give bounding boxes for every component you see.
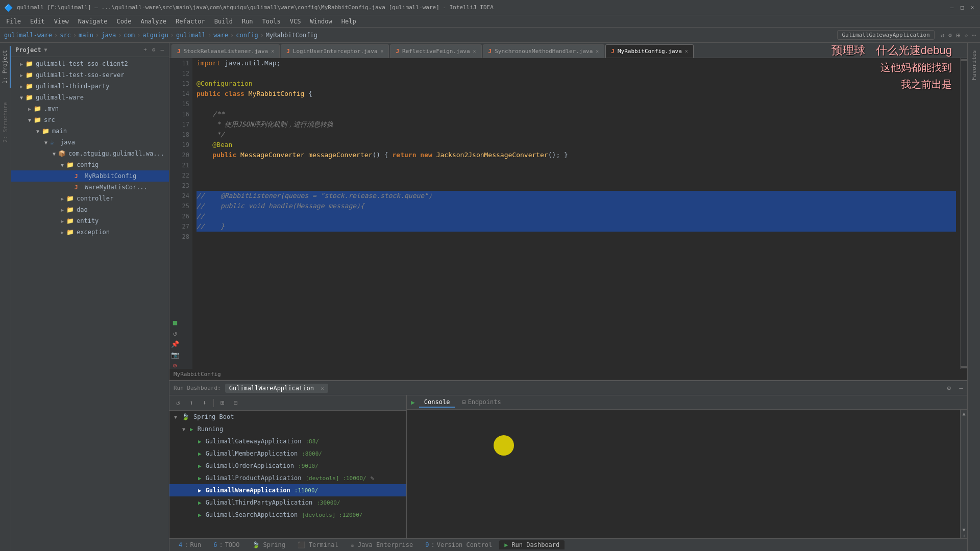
tab-close-2[interactable]: × xyxy=(473,48,476,54)
tree-item-myrabbitconfig[interactable]: ▶ J MyRabbitConfig xyxy=(11,170,169,182)
console-tab-endpoints[interactable]: ⊟Endpoints xyxy=(457,397,506,408)
panel-minimize-btn[interactable]: – xyxy=(159,45,165,54)
menu-view[interactable]: View xyxy=(50,17,73,26)
tree-item-controller[interactable]: ▶ 📁 controller xyxy=(11,193,169,204)
favorites-tab[interactable]: Favorites xyxy=(969,46,979,85)
sidebar-tab-1[interactable]: 1: Project xyxy=(0,46,11,88)
menu-vcs[interactable]: VCS xyxy=(286,17,305,26)
nav-project[interactable]: gulimall-ware xyxy=(4,32,52,39)
run-config-selector[interactable]: GulimallGatewayApplication xyxy=(837,30,934,40)
run-expand-btn[interactable]: ⊞ xyxy=(217,397,228,409)
menu-navigate[interactable]: Navigate xyxy=(74,17,112,26)
menu-analyze[interactable]: Analyze xyxy=(136,17,170,26)
console-scrollbar[interactable]: ▲ ▼ ⇔ xyxy=(960,410,967,538)
tab-close-4[interactable]: × xyxy=(685,48,688,54)
nav-config[interactable]: config xyxy=(236,32,258,39)
tool-tab-todo[interactable]: 6 : TODO xyxy=(208,540,244,549)
run-tab-close[interactable]: × xyxy=(321,385,324,392)
run-app-tab[interactable]: GulimallWareApplication × xyxy=(225,384,328,393)
run-app-ware[interactable]: ▶ ▶ GulimallWareApplication :11000/ xyxy=(169,484,406,496)
tool-tab-run-dashboard[interactable]: ▶ Run Dashboard xyxy=(499,540,565,549)
run-app-search[interactable]: ▶ ▶ GulimallSearchApplication [devtools]… xyxy=(169,509,406,521)
run-collapse-down[interactable]: ⬇ xyxy=(199,397,210,409)
nav-more-icon[interactable]: ⋯ xyxy=(972,32,976,39)
maximize-btn[interactable]: □ xyxy=(959,4,966,11)
tab-close-0[interactable]: × xyxy=(271,48,274,54)
tree-item-sso-server[interactable]: ▶ 📁 gulimall-test-sso-server xyxy=(11,69,169,81)
product-edit-icon[interactable]: ✎ xyxy=(371,474,374,482)
nav-main[interactable]: main xyxy=(79,32,93,39)
tree-item-third-party[interactable]: ▶ 📁 gulimall-third-party xyxy=(11,81,169,92)
run-app-member[interactable]: ▶ ▶ GulimallMemberApplication :8000/ xyxy=(169,447,406,460)
nav-atguigu[interactable]: atguigu xyxy=(142,32,168,39)
run-dashboard-settings[interactable]: ⚙ xyxy=(947,384,951,392)
run-app-thirdparty[interactable]: ▶ ▶ GulimallThirdPartyApplication :30000… xyxy=(169,496,406,509)
menu-file[interactable]: File xyxy=(2,17,25,26)
console-tab-console[interactable]: Console xyxy=(419,397,455,408)
console-output[interactable] xyxy=(407,410,967,538)
tool-tab-vcs[interactable]: 9 : Version Control xyxy=(420,540,497,549)
nav-gulimall[interactable]: gulimall xyxy=(176,32,206,39)
tab-loginuser[interactable]: J LoginUserInterceptor.java × xyxy=(281,44,389,58)
run-restart-btn[interactable]: ↺ xyxy=(173,397,184,409)
bookmark-icon[interactable]: ☆ xyxy=(965,32,968,39)
tree-item-config[interactable]: ▼ 📁 config xyxy=(11,159,169,170)
minimize-btn[interactable]: — xyxy=(948,4,955,11)
tree-item-java[interactable]: ▼ ☕ java xyxy=(11,137,169,148)
tab-synchronousmethod[interactable]: J SynchronousMethodHandler.java × xyxy=(483,44,605,58)
run-dashboard-minimize[interactable]: – xyxy=(959,384,963,392)
tree-item-com-atguigu[interactable]: ▼ 📦 com.atguigu.gulimall.wa... xyxy=(11,148,169,159)
sidebar-tab-2[interactable]: 2: Structure xyxy=(1,98,10,146)
panel-add-btn[interactable]: + xyxy=(142,45,148,54)
tree-item-src[interactable]: ▼ 📁 src xyxy=(11,114,169,126)
menu-code[interactable]: Code xyxy=(113,17,136,26)
nav-java[interactable]: java xyxy=(101,32,116,39)
tab-close-3[interactable]: × xyxy=(596,48,599,54)
tree-item-mvn[interactable]: ▶ 📁 .mvn xyxy=(11,103,169,114)
left-sidebar-tabs: 1: Project 2: Structure xyxy=(0,43,11,551)
tab-stockrelease[interactable]: J StockReleaseListener.java × xyxy=(172,44,280,58)
panel-settings-btn[interactable]: ⚙ xyxy=(151,45,157,54)
tree-item-exception[interactable]: ▶ 📁 exception xyxy=(11,227,169,238)
scroll-down-btn[interactable]: ▼ xyxy=(961,526,967,534)
tool-tab-spring[interactable]: 🍃 Spring xyxy=(247,540,290,549)
tree-item-sso-client2[interactable]: ▶ 📁 gulimall-test-sso-client2 xyxy=(11,58,169,69)
tree-item-waremybatisconfig[interactable]: ▶ J WareMyBatisCor... xyxy=(11,182,169,193)
tree-item-dao[interactable]: ▶ 📁 dao xyxy=(11,204,169,215)
scroll-up-btn[interactable]: ▲ xyxy=(961,410,967,417)
tab-myrabbitconfig[interactable]: J MyRabbitConfig.java × xyxy=(605,44,694,58)
run-filter-btn[interactable]: ⊟ xyxy=(230,397,241,409)
code-line-17: * 使用JSON序列化机制，进行消息转换 xyxy=(197,119,956,130)
menu-tools[interactable]: Tools xyxy=(258,17,285,26)
menu-help[interactable]: Help xyxy=(337,17,360,26)
run-app-product[interactable]: ▶ ▶ GulimallProductApplication [devtools… xyxy=(169,472,406,484)
tab-reflectivefeign[interactable]: J ReflectiveFeign.java × xyxy=(390,44,481,58)
run-springboot-root[interactable]: ▼ 🍃 Spring Boot xyxy=(169,411,406,423)
nav-refresh-icon[interactable]: ↺ xyxy=(941,32,944,39)
editor-scrollbar[interactable] xyxy=(960,58,967,369)
menu-refactor[interactable]: Refactor xyxy=(172,17,209,26)
nav-settings-icon[interactable]: ⚙ xyxy=(948,32,952,39)
run-app-order[interactable]: ▶ ▶ GulimallOrderApplication :9010/ xyxy=(169,460,406,472)
tool-tab-java-enterprise[interactable]: ☕ Java Enterprise xyxy=(346,540,419,549)
code-lines[interactable]: import java.util.Map; @Configuration pub… xyxy=(192,58,960,369)
tree-item-ware[interactable]: ▼ 📁 gulimall-ware xyxy=(11,92,169,103)
menu-window[interactable]: Window xyxy=(306,17,336,26)
menu-edit[interactable]: Edit xyxy=(26,17,49,26)
nav-com[interactable]: com xyxy=(124,32,135,39)
nav-ware[interactable]: ware xyxy=(213,32,228,39)
search-nav-icon[interactable]: ⊞ xyxy=(956,31,960,39)
tree-item-main[interactable]: ▼ 📁 main xyxy=(11,126,169,137)
menu-run[interactable]: Run xyxy=(238,17,257,26)
tree-item-entity[interactable]: ▶ 📁 entity xyxy=(11,215,169,227)
scroll-horizontal-btn[interactable]: ⇔ xyxy=(961,534,967,538)
run-app-gateway[interactable]: ▶ ▶ GulimallGatewayApplication :88/ xyxy=(169,435,406,447)
tool-tab-terminal[interactable]: ⬛ Terminal xyxy=(292,540,344,549)
nav-src[interactable]: src xyxy=(60,32,71,39)
tab-close-1[interactable]: × xyxy=(380,48,383,54)
run-running-group[interactable]: ▼ ▶ Running xyxy=(169,423,406,435)
tool-tab-run[interactable]: 4 : Run xyxy=(174,540,206,549)
close-btn[interactable]: × xyxy=(969,4,976,11)
run-collapse-up[interactable]: ⬆ xyxy=(186,397,197,409)
menu-build[interactable]: Build xyxy=(210,17,237,26)
